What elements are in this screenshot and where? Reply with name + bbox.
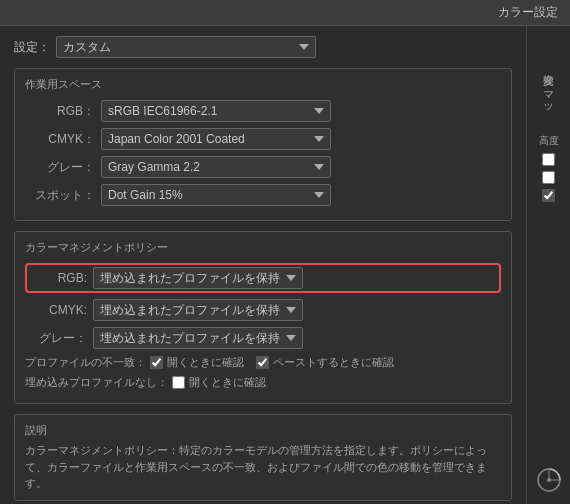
color-management-section: カラーマネジメントポリシー RGB: 埋め込まれたプロファイルを保持 CMYK:… — [14, 231, 512, 404]
settings-select[interactable]: カスタム — [56, 36, 316, 58]
rgb-select[interactable]: sRGB IEC61966-2.1 — [101, 100, 331, 122]
spot-field-row: スポット： Dot Gain 15% — [25, 184, 501, 206]
spot-select[interactable]: Dot Gain 15% — [101, 184, 331, 206]
right-check-box-1 — [542, 153, 555, 166]
mismatch-label: プロファイルの不一致： — [25, 355, 146, 370]
color-management-title: カラーマネジメントポリシー — [25, 240, 501, 255]
gray-policy-label: グレー： — [25, 330, 87, 347]
right-check-box-3 — [542, 189, 555, 202]
cmyk-policy-select[interactable]: 埋め込まれたプロファイルを保持 — [93, 299, 303, 321]
title-bar: カラー設定 — [0, 0, 570, 26]
mismatch-paste-label: ペーストするときに確認 — [273, 355, 394, 370]
gray-policy-row: グレー： 埋め込まれたプロファイルを保持 — [25, 327, 501, 349]
no-profile-open-label: 開くときに確認 — [189, 375, 266, 390]
right-checkbox-3[interactable] — [542, 189, 555, 202]
title-text: カラー設定 — [498, 5, 558, 19]
right-checkbox-2[interactable] — [542, 171, 555, 184]
svg-point-3 — [547, 478, 551, 482]
mismatch-row: プロファイルの不一致： 開くときに確認 ペーストするときに確認 — [25, 355, 501, 370]
rgb-policy-label: RGB: — [31, 271, 87, 285]
cmyk-label: CMYK： — [25, 131, 95, 148]
spot-label: スポット： — [25, 187, 95, 204]
explanation-title: 説明 — [25, 423, 501, 438]
mismatch-paste-checkbox[interactable] — [256, 356, 269, 369]
no-profile-open-checkbox[interactable] — [172, 376, 185, 389]
cmyk-field-row: CMYK： Japan Color 2001 Coated — [25, 128, 501, 150]
mismatch-open-checkbox[interactable] — [150, 356, 163, 369]
rgb-policy-select[interactable]: 埋め込まれたプロファイルを保持 — [93, 267, 303, 289]
workspace-title: 作業用スペース — [25, 77, 501, 92]
gray-label: グレー： — [25, 159, 95, 176]
workspace-section: 作業用スペース RGB： sRGB IEC61966-2.1 CMYK： Jap… — [14, 68, 512, 221]
no-profile-row: 埋め込みプロファイルなし： 開くときに確認 — [25, 375, 501, 390]
explanation-text: カラーマネジメントポリシー：特定のカラーモデルの管理方法を指定します。ポリシーに… — [25, 442, 501, 492]
cmyk-select[interactable]: Japan Color 2001 Coated — [101, 128, 331, 150]
explanation-section: 説明 カラーマネジメントポリシー：特定のカラーモデルの管理方法を指定します。ポリ… — [14, 414, 512, 501]
no-profile-label: 埋め込みプロファイルなし： — [25, 375, 168, 390]
cmyk-policy-label: CMYK: — [25, 303, 87, 317]
rgb-label: RGB： — [25, 103, 95, 120]
right-checkbox-1[interactable] — [542, 153, 555, 166]
gray-field-row: グレー： Gray Gamma 2.2 — [25, 156, 501, 178]
settings-label: 設定： — [14, 39, 50, 56]
gray-policy-select[interactable]: 埋め込まれたプロファイルを保持 — [93, 327, 303, 349]
right-checkbox-group: 高度 — [539, 134, 559, 202]
gray-select[interactable]: Gray Gamma 2.2 — [101, 156, 331, 178]
color-wheel-icon — [535, 466, 563, 494]
right-check-1: 高度 — [539, 134, 559, 148]
right-check-box-2 — [542, 171, 555, 184]
rgb-policy-highlighted-row: RGB: 埋め込まれたプロファイルを保持 — [25, 263, 501, 293]
rgb-field-row: RGB： sRGB IEC61966-2.1 — [25, 100, 501, 122]
right-label-advanced: 高度 — [539, 134, 559, 148]
right-match-label: マッ — [541, 84, 556, 110]
mismatch-open-label: 開くときに確認 — [167, 355, 244, 370]
right-panel: 変換 マッ 高度 — [526, 26, 570, 504]
cmyk-policy-row: CMYK: 埋め込まれたプロファイルを保持 — [25, 299, 501, 321]
